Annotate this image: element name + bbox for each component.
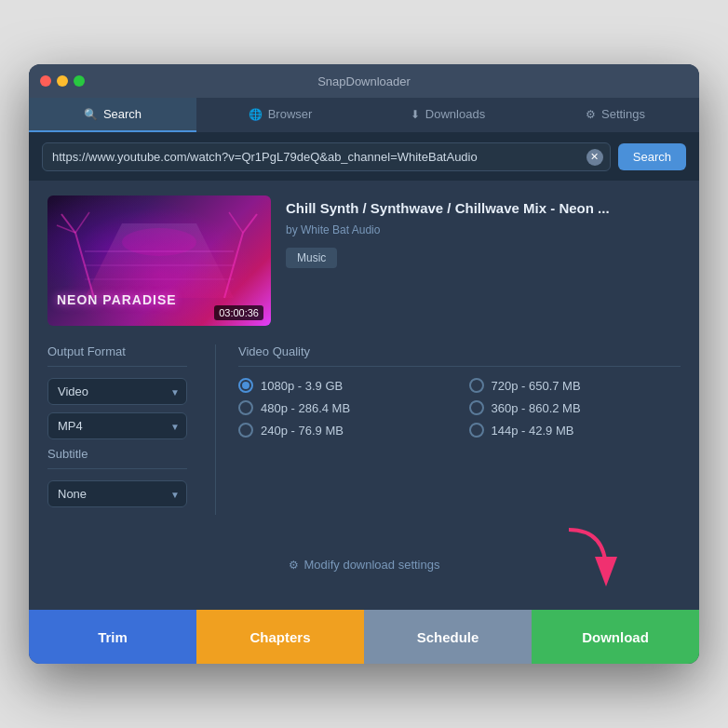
modify-settings-label[interactable]: Modify download settings: [304, 558, 440, 572]
format-section: Output Format Video Audio ▼ MP4 MKV AVI: [47, 344, 187, 515]
video-author: by White Bat Audio: [286, 223, 681, 236]
thumbnail-title-text: NEON PARADISE: [57, 292, 177, 307]
quality-label: Video Quality: [238, 344, 681, 358]
video-info: NEON PARADISE 03:00:36 Chill Synth / Syn…: [47, 195, 681, 326]
download-icon: ⬇: [411, 108, 420, 121]
url-clear-button[interactable]: ✕: [586, 149, 603, 166]
quality-label-1080p: 1080p - 3.9 GB: [261, 379, 343, 393]
gear-icon: ⚙: [289, 559, 299, 572]
search-icon: 🔍: [84, 108, 98, 121]
radio-1080p: [238, 378, 253, 393]
window-title: SnapDownloader: [317, 74, 411, 88]
tab-settings-label: Settings: [601, 107, 645, 121]
quality-option-144p[interactable]: 144p - 42.9 MB: [469, 423, 681, 438]
quality-section: Video Quality 1080p - 3.9 GB 720p - 650.…: [215, 344, 681, 515]
output-format-label: Output Format: [47, 344, 187, 358]
browser-icon: 🌐: [249, 108, 263, 121]
video-title: Chill Synth / Synthwave / Chillwave Mix …: [286, 199, 681, 218]
codec-select[interactable]: MP4 MKV AVI: [47, 412, 187, 439]
minimize-button[interactable]: [57, 75, 68, 87]
svg-line-9: [243, 214, 257, 233]
url-input[interactable]: [42, 142, 611, 171]
quality-option-360p[interactable]: 360p - 860.2 MB: [469, 400, 681, 415]
format-divider: [47, 366, 187, 367]
download-button[interactable]: Download: [532, 610, 699, 664]
subtitle-label: Subtitle: [47, 447, 187, 461]
video-meta: Chill Synth / Synthwave / Chillwave Mix …: [286, 195, 681, 326]
traffic-lights: [40, 75, 85, 87]
chapters-button[interactable]: Chapters: [196, 610, 364, 664]
quality-option-720p[interactable]: 720p - 650.7 MB: [469, 378, 681, 393]
download-arrow-icon: [550, 520, 625, 595]
close-button[interactable]: [40, 75, 51, 87]
subtitle-divider: [47, 468, 187, 469]
quality-grid: 1080p - 3.9 GB 720p - 650.7 MB 480p - 28…: [238, 378, 681, 438]
tab-search-label: Search: [103, 107, 142, 121]
trim-button[interactable]: Trim: [29, 610, 196, 664]
url-search-button[interactable]: Search: [618, 143, 686, 170]
radio-144p: [469, 423, 484, 438]
quality-label-480p: 480p - 286.4 MB: [261, 401, 350, 415]
quality-label-360p: 360p - 860.2 MB: [492, 401, 581, 415]
svg-line-6: [75, 212, 89, 233]
tab-browser-label: Browser: [268, 107, 313, 121]
settings-area: Output Format Video Audio ▼ MP4 MKV AVI: [47, 344, 681, 515]
tab-browser[interactable]: 🌐 Browser: [196, 98, 364, 132]
radio-720p: [469, 378, 484, 393]
video-thumbnail: NEON PARADISE 03:00:36: [47, 195, 271, 326]
app-window: SnapDownloader 🔍 Search 🌐 Browser ⬇ Down…: [29, 64, 699, 664]
format-select[interactable]: Video Audio: [47, 378, 187, 405]
settings-icon: ⚙: [586, 108, 596, 121]
tabbar: 🔍 Search 🌐 Browser ⬇ Downloads ⚙ Setting…: [29, 98, 699, 133]
quality-option-1080p[interactable]: 1080p - 3.9 GB: [238, 378, 451, 393]
urlbar: ✕ Search: [29, 133, 699, 181]
codec-select-wrapper: MP4 MKV AVI ▼: [47, 412, 187, 439]
radio-360p: [469, 400, 484, 415]
titlebar: SnapDownloader: [29, 64, 699, 98]
bottom-bar: Trim Chapters Schedule Download: [29, 610, 699, 664]
subtitle-select-wrapper: None English Spanish ▼: [47, 480, 187, 507]
tab-search[interactable]: 🔍 Search: [29, 98, 196, 132]
tab-settings[interactable]: ⚙ Settings: [532, 98, 699, 132]
video-duration: 03:00:36: [214, 305, 263, 320]
maximize-button[interactable]: [74, 75, 85, 87]
quality-option-240p[interactable]: 240p - 76.9 MB: [238, 423, 451, 438]
quality-option-480p[interactable]: 480p - 286.4 MB: [238, 400, 451, 415]
tab-downloads[interactable]: ⬇ Downloads: [364, 98, 532, 132]
radio-240p: [238, 423, 253, 438]
schedule-button[interactable]: Schedule: [364, 610, 532, 664]
subtitle-section: Subtitle None English Spanish ▼: [47, 447, 187, 507]
quality-label-240p: 240p - 76.9 MB: [261, 424, 344, 438]
tab-downloads-label: Downloads: [425, 107, 485, 121]
video-tag: Music: [286, 248, 337, 268]
radio-1080p-fill: [242, 382, 249, 389]
svg-line-10: [229, 212, 243, 233]
url-input-wrapper: ✕: [42, 142, 611, 171]
subtitle-select[interactable]: None English Spanish: [47, 480, 187, 507]
svg-point-11: [122, 228, 196, 256]
radio-480p: [238, 400, 253, 415]
format-select-wrapper: Video Audio ▼: [47, 378, 187, 405]
quality-label-144p: 144p - 42.9 MB: [492, 424, 574, 438]
quality-divider: [238, 366, 681, 367]
arrow-modify-area: ⚙ Modify download settings: [47, 530, 681, 595]
quality-label-720p: 720p - 650.7 MB: [492, 379, 581, 393]
content-area: NEON PARADISE 03:00:36 Chill Synth / Syn…: [29, 181, 699, 610]
